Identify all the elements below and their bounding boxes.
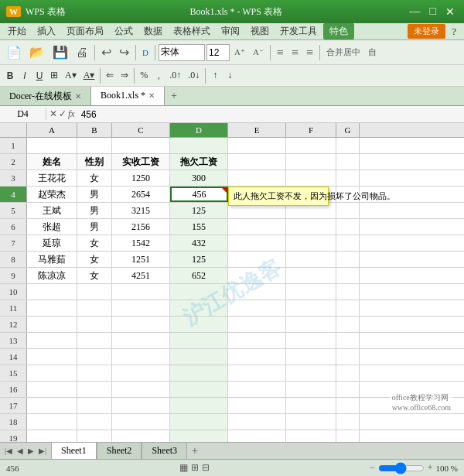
- decimal-increase-icon[interactable]: .0↑: [166, 68, 184, 83]
- menu-special[interactable]: 特色: [323, 23, 354, 39]
- font-size-increase-icon[interactable]: A⁺: [231, 46, 248, 59]
- sheet-tab-sheet1[interactable]: Sheet1: [51, 443, 97, 459]
- cell-g8[interactable]: [336, 252, 360, 267]
- save-icon[interactable]: 💾: [49, 43, 71, 61]
- cell-e3[interactable]: [228, 170, 286, 186]
- cell-d2[interactable]: 拖欠工资: [170, 154, 228, 170]
- cell-b2[interactable]: 性别: [77, 154, 112, 170]
- cell-e9[interactable]: [228, 268, 286, 283]
- cell-a9[interactable]: 陈凉凉: [27, 268, 77, 283]
- sort-asc-icon[interactable]: ↑: [208, 68, 222, 83]
- menu-table-style[interactable]: 表格样式: [169, 23, 215, 39]
- formula-input[interactable]: [78, 109, 464, 120]
- cell-b8[interactable]: 女: [77, 252, 112, 267]
- sheet-nav-prev[interactable]: ◀: [15, 447, 25, 455]
- menu-start[interactable]: 开始: [3, 23, 31, 39]
- sheet-nav-next[interactable]: ▶: [26, 447, 36, 455]
- sheet-tab-add[interactable]: +: [187, 443, 203, 459]
- cell-b4[interactable]: 男: [77, 187, 112, 202]
- cell-a4[interactable]: 赵荣杰: [27, 187, 77, 202]
- menu-insert[interactable]: 插入: [32, 23, 60, 39]
- align-left-icon[interactable]: ≡: [274, 44, 287, 61]
- cell-a3[interactable]: 王花花: [27, 170, 77, 186]
- minimize-button[interactable]: —: [407, 5, 424, 19]
- zoom-slider[interactable]: [378, 462, 425, 474]
- cell-g3[interactable]: [336, 170, 360, 186]
- cell-c2[interactable]: 实收工资: [112, 154, 170, 170]
- decimal-decrease-icon[interactable]: .0↓: [185, 68, 203, 83]
- cell-g2[interactable]: [336, 154, 360, 170]
- cell-a5[interactable]: 王斌: [27, 203, 77, 218]
- cell-a7[interactable]: 延琼: [27, 235, 77, 251]
- indent-decrease-icon[interactable]: ⇐: [103, 68, 117, 83]
- font-name-input[interactable]: [159, 44, 205, 61]
- maximize-button[interactable]: □: [427, 5, 439, 19]
- undo-icon[interactable]: ↩: [98, 43, 114, 61]
- col-header-b[interactable]: B: [77, 123, 112, 137]
- cell-d9[interactable]: 652: [170, 268, 228, 283]
- cell-g7[interactable]: [336, 235, 360, 251]
- border-icon[interactable]: ⊞: [47, 68, 61, 83]
- sheet-nav-first[interactable]: |◀: [3, 447, 14, 455]
- print-icon[interactable]: 🖨: [73, 44, 91, 61]
- cell-f1[interactable]: [286, 138, 336, 153]
- cell-e1[interactable]: [228, 138, 286, 153]
- cell-a1[interactable]: [27, 138, 77, 153]
- menu-developer[interactable]: 开发工具: [275, 23, 322, 39]
- cell-f6[interactable]: [286, 219, 336, 235]
- number-format-icon[interactable]: %: [137, 68, 151, 83]
- cell-a2[interactable]: 姓名: [27, 154, 77, 170]
- cell-b1[interactable]: [77, 138, 112, 153]
- tab-add[interactable]: +: [165, 87, 183, 105]
- cell-d6[interactable]: 155: [170, 219, 228, 235]
- sort-desc-icon[interactable]: ↓: [223, 68, 237, 83]
- cell-c5[interactable]: 3215: [112, 203, 170, 218]
- tab-book1-close[interactable]: ✕: [148, 91, 155, 100]
- menu-data[interactable]: 数据: [139, 23, 167, 39]
- help-icon[interactable]: ?: [447, 24, 461, 39]
- cell-a6[interactable]: 张超: [27, 219, 77, 235]
- cell-c8[interactable]: 1251: [112, 252, 170, 267]
- cell-reference-box[interactable]: D4: [0, 108, 46, 120]
- cell-f3[interactable]: [286, 170, 336, 186]
- login-button[interactable]: 未登录: [408, 24, 445, 39]
- cell-e8[interactable]: [228, 252, 286, 267]
- new-icon[interactable]: 📄: [3, 43, 25, 61]
- cell-d1[interactable]: [170, 138, 228, 153]
- zoom-in-icon[interactable]: +: [428, 462, 433, 474]
- font-size-decrease-icon[interactable]: A⁻: [250, 46, 267, 59]
- open-icon[interactable]: 📂: [26, 43, 48, 61]
- cell-g1[interactable]: [336, 138, 360, 153]
- cell-e7[interactable]: [228, 235, 286, 251]
- cell-f7[interactable]: [286, 235, 336, 251]
- menu-formula[interactable]: 公式: [110, 23, 138, 39]
- bold-button[interactable]: B: [3, 69, 17, 83]
- font-size-input[interactable]: [206, 44, 230, 61]
- cell-d7[interactable]: 432: [170, 235, 228, 251]
- merge-center-icon[interactable]: 合并居中: [323, 45, 363, 60]
- cell-d5[interactable]: 125: [170, 203, 228, 218]
- cell-f8[interactable]: [286, 252, 336, 267]
- col-header-a[interactable]: A: [27, 123, 77, 137]
- col-header-g[interactable]: G: [336, 123, 360, 137]
- font-color-icon[interactable]: A▾: [80, 68, 98, 83]
- comma-format-icon[interactable]: ,: [152, 68, 165, 83]
- col-header-e[interactable]: E: [228, 123, 286, 137]
- cell-e2[interactable]: [228, 154, 286, 170]
- cell-c3[interactable]: 1250: [112, 170, 170, 186]
- italic-button[interactable]: I: [18, 69, 32, 83]
- menu-view[interactable]: 视图: [246, 23, 274, 39]
- cell-c7[interactable]: 1542: [112, 235, 170, 251]
- cell-g5[interactable]: [336, 203, 360, 218]
- cell-d8[interactable]: 125: [170, 252, 228, 267]
- cell-e4[interactable]: 此人拖欠工资不发，因为损坏了公司物品。: [228, 187, 286, 202]
- function-icon[interactable]: fx: [68, 108, 75, 120]
- menu-page-layout[interactable]: 页面布局: [62, 23, 108, 39]
- fill-color-icon[interactable]: A▾: [62, 68, 80, 83]
- cell-e6[interactable]: [228, 219, 286, 235]
- col-header-d[interactable]: D: [170, 123, 228, 137]
- sheet-tab-sheet2[interactable]: Sheet2: [97, 443, 142, 459]
- cell-d3[interactable]: 300: [170, 170, 228, 186]
- cell-c4[interactable]: 2654: [112, 187, 170, 202]
- formula-confirm-icon[interactable]: ✓: [59, 108, 67, 120]
